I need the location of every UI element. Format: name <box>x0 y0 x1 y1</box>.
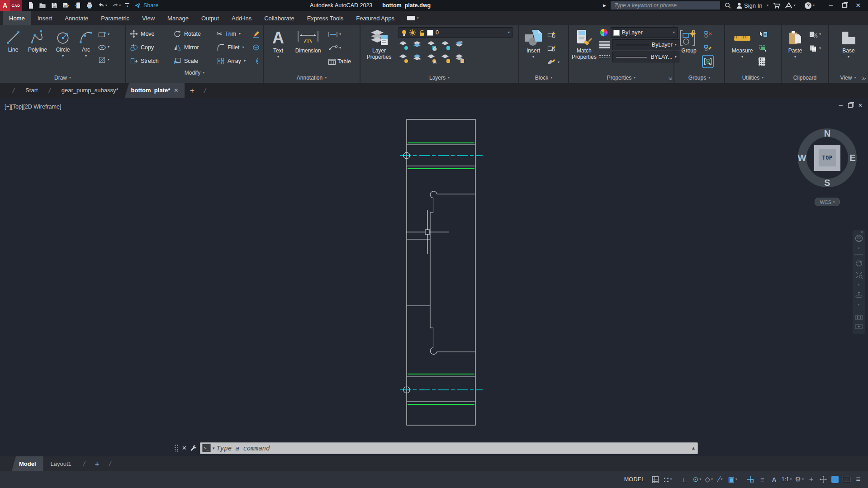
undo-button[interactable]: ▾ <box>97 1 108 10</box>
object-color-select[interactable]: ByLayer▾ <box>611 27 678 38</box>
ribbon-tab-express-tools[interactable]: Express Tools <box>301 11 350 25</box>
measure-button[interactable]: Measure ▾ <box>730 27 755 59</box>
quick-select-button[interactable] <box>759 29 768 40</box>
panel-label-layers[interactable]: Layers▾ <box>360 73 518 83</box>
erase-button[interactable] <box>252 30 264 38</box>
ribbon-tab-insert[interactable]: Insert <box>31 11 59 25</box>
redo-button[interactable]: ▾ <box>111 1 122 10</box>
customize-status-bar-button[interactable]: ≡ <box>853 474 863 485</box>
model-tab[interactable]: Model <box>12 456 43 471</box>
dimension-button[interactable]: Dimension <box>292 27 324 54</box>
search-input[interactable] <box>611 1 720 9</box>
layout1-tab[interactable]: Layout1 <box>43 456 79 471</box>
group-selection-toggle[interactable] <box>703 56 712 67</box>
save-as-button[interactable] <box>62 1 71 10</box>
ribbon-tab-view[interactable]: View <box>136 11 161 25</box>
group-edit-button[interactable] <box>703 43 712 53</box>
layer-unlock-all-button[interactable] <box>441 54 451 63</box>
object-snap-tracking-toggle[interactable]: ∕▾ <box>716 474 726 485</box>
search-button[interactable] <box>725 2 731 9</box>
isometric-drafting-toggle[interactable]: ◇▾ <box>704 474 714 485</box>
ungroup-button[interactable] <box>703 29 712 40</box>
cut-button[interactable]: ▾ <box>809 29 821 40</box>
leader-button[interactable]: ▾ <box>328 43 351 53</box>
ribbon-tab-featured-apps[interactable]: Featured Apps <box>350 11 401 25</box>
ribbon-display-button[interactable]: ▾ <box>407 11 419 25</box>
ribbon-tab-manage[interactable]: Manage <box>161 11 195 25</box>
create-block-button[interactable] <box>547 29 560 40</box>
navigation-bar[interactable]: ✕ ▾ ▾ ▾ <box>853 230 865 334</box>
pan-hand-icon[interactable] <box>855 259 863 267</box>
lineweight-display-toggle[interactable]: ≡ <box>757 474 768 485</box>
restore-button[interactable] <box>838 0 851 10</box>
panel-label-properties[interactable]: Properties▾ <box>569 73 674 83</box>
linear-dimension-button[interactable]: ▾ <box>328 29 351 40</box>
navbar-close-icon[interactable]: ✕ <box>860 230 863 234</box>
navbar-caret-icon[interactable]: ▾ <box>858 246 860 250</box>
annotation-monitor-button[interactable]: + <box>806 474 816 485</box>
copy-clip-button[interactable]: ▾ <box>809 43 821 54</box>
command-close-icon[interactable]: ✕ <box>182 445 187 451</box>
workspace-switching-button[interactable]: ⚙▾ <box>794 474 805 485</box>
layer-unisolate-button[interactable] <box>413 41 422 50</box>
command-recent-caret-icon[interactable]: ▾ <box>213 446 215 450</box>
copy-button[interactable]: Copy <box>130 43 173 52</box>
line-button[interactable]: Line <box>3 27 24 53</box>
layer-isolate-button[interactable] <box>398 41 408 50</box>
offset-button[interactable] <box>252 57 264 65</box>
units-button[interactable] <box>818 474 828 485</box>
table-button[interactable]: Table <box>328 56 351 67</box>
wcs-menu-button[interactable]: WCS▾ <box>815 198 840 206</box>
ribbon-tab-addins[interactable]: Add-ins <box>225 11 258 25</box>
viewcube-west[interactable]: W <box>798 153 806 163</box>
file-tab-bottom-plate[interactable]: bottom_plate* ✕ <box>125 83 185 98</box>
circle-button[interactable]: Circle ▾ <box>52 27 74 58</box>
ribbon-tab-home[interactable]: Home <box>3 11 31 25</box>
new-layout-button[interactable]: ＋ <box>90 456 104 471</box>
ortho-mode-toggle[interactable]: ∟ <box>680 474 691 485</box>
command-input[interactable] <box>216 445 689 452</box>
layer-match-button[interactable] <box>455 41 465 50</box>
command-customize-wrench-icon[interactable] <box>190 445 197 451</box>
viewcube-east[interactable]: E <box>849 153 855 163</box>
write-block-button[interactable] <box>547 43 560 54</box>
model-space-toggle[interactable]: MODEL <box>624 476 645 483</box>
arc-button[interactable]: Arc ▾ <box>76 27 96 58</box>
command-history-up-icon[interactable]: ▲ <box>691 445 696 450</box>
trim-button[interactable]: ✂Trim▾ <box>217 30 252 38</box>
panel-label-annotation[interactable]: Annotation▾ <box>264 73 360 83</box>
command-input-bar[interactable]: >_ ▾ ▲ <box>200 442 698 454</box>
layer-properties-button[interactable]: Layer Properties <box>363 27 395 61</box>
panel-label-block[interactable]: Block▾ <box>519 73 568 83</box>
search-flyout-icon[interactable]: ▶ <box>603 3 606 8</box>
fillet-button[interactable]: Fillet▾ <box>217 43 252 52</box>
grid-display-toggle[interactable] <box>650 474 660 485</box>
scale-button[interactable]: Scale <box>173 57 217 65</box>
autocad-logo[interactable]: A CAD <box>0 0 22 11</box>
minimize-button[interactable]: ─ <box>825 0 837 10</box>
layer-make-current-button[interactable] <box>413 54 422 63</box>
ribbon-tab-output[interactable]: Output <box>195 11 225 25</box>
snap-mode-toggle[interactable]: ▾ <box>662 474 673 485</box>
group-button[interactable]: Group <box>677 27 701 54</box>
linetype-select[interactable]: BYLAY...▾ <box>612 52 679 62</box>
file-tab-gear-pump-subassy[interactable]: gear_pump_subassy* <box>55 83 125 98</box>
rectangle-button[interactable]: ▾ <box>98 29 109 40</box>
navigation-wheel-icon[interactable] <box>855 234 863 242</box>
autodesk-account-button[interactable]: ▾ <box>785 2 796 9</box>
dynamic-input-toggle[interactable] <box>745 474 756 485</box>
block-editor-button[interactable]: ▾ <box>547 57 560 68</box>
file-tab-start[interactable]: Start <box>19 83 44 98</box>
paste-button[interactable]: Paste ▾ <box>785 27 805 59</box>
share-button[interactable]: Share <box>134 2 158 9</box>
plot-button[interactable] <box>85 1 94 10</box>
mirror-button[interactable]: Mirror <box>173 43 217 52</box>
base-button[interactable]: Base ▾ <box>837 27 860 59</box>
panel-label-groups[interactable]: Groups▾ <box>674 73 724 83</box>
object-snap-toggle[interactable]: ▣▾ <box>727 474 738 485</box>
close-tab-icon[interactable]: ✕ <box>174 87 178 94</box>
match-properties-button[interactable]: Match Properties <box>572 27 597 61</box>
layer-freeze-button[interactable]: ❆ <box>427 41 436 50</box>
ribbon-tab-collaborate[interactable]: Collaborate <box>258 11 301 25</box>
ribbon-overflow-icon[interactable]: ≫ <box>862 76 866 81</box>
